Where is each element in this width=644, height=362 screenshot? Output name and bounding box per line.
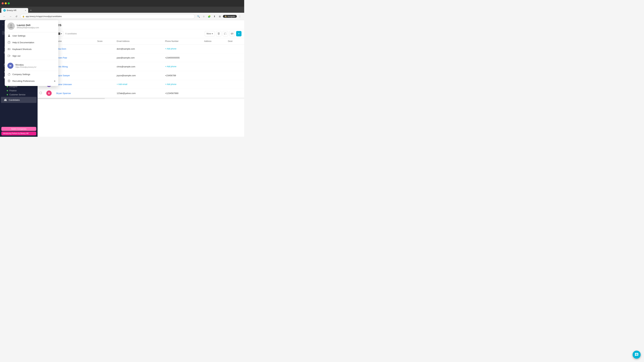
sidebar-subitem-finance[interactable]: Finance (0, 89, 38, 93)
customer-service-dot (7, 94, 8, 95)
menu-icon[interactable]: ⋮ (238, 14, 242, 19)
row-name-cell[interactable]: Bryan Sparrow (54, 89, 95, 98)
dropdown-scrollable[interactable]: User Settings Help & Documentation Keybo… (5, 32, 58, 86)
recruiting-prefs-icon (8, 79, 11, 83)
dropdown-item-sign-out[interactable]: Sign out (5, 52, 58, 59)
help-icon (8, 41, 11, 44)
tab-label: Breezy HR (7, 9, 16, 11)
row-name-cell[interactable]: Name Unknown (54, 80, 95, 89)
incognito-badge: 🕵 Incognito (223, 15, 237, 18)
sidebar-collapse-btn[interactable]: ‹ (3, 23, 3, 26)
email-btn[interactable] (230, 31, 235, 36)
dropdown-item-keyboard-shortcuts[interactable]: Keyboard Shortcuts (5, 46, 58, 52)
row-score-cell (95, 53, 115, 62)
row-phone-cell[interactable]: + Add phone (163, 62, 202, 71)
score-col-header[interactable]: Score (95, 38, 115, 44)
row-checkbox[interactable] (40, 92, 42, 94)
company-url: https://moodjoy.breezy.hr/ (16, 66, 36, 68)
forward-btn[interactable]: → (8, 14, 13, 19)
active-tab[interactable]: B Breezy HR ✕ (1, 8, 28, 13)
row-email-cell: joyce@sample.com (115, 71, 163, 80)
back-btn[interactable]: ← (2, 14, 7, 19)
row-score-cell (95, 89, 115, 98)
dropdown-item-invite-members[interactable]: Invite Members (5, 84, 58, 86)
row-desirability-cell (226, 53, 244, 62)
scrollbar-thumb[interactable] (38, 98, 105, 99)
row-name-cell[interactable]: Joyce Sawyer (54, 71, 95, 80)
download-icon[interactable]: ⬇ (212, 14, 217, 19)
minimize-window-btn[interactable] (5, 2, 7, 4)
switch-companies-btn[interactable]: Switch Companies (1, 127, 36, 131)
view-chevron: ▾ (61, 32, 62, 35)
refresh-btn[interactable]: ↺ (14, 14, 19, 19)
nav-label-candidates: Candidates (9, 99, 20, 101)
table-row: NName Unknown+ Add email+ Add phone (38, 80, 244, 89)
candidates-icon (4, 98, 7, 102)
dropdown-company-section: M Moodjoy https://moodjoy.breezy.hr/ (5, 61, 58, 71)
bookmark-icon[interactable]: ☆ (202, 14, 206, 19)
sidebar-item-candidates[interactable]: Candidates (1, 97, 36, 103)
row-checkbox-cell[interactable] (38, 89, 44, 98)
address-col-header[interactable]: Address (202, 38, 226, 44)
nav-label-customer-service: Customer Service (10, 93, 25, 96)
dropdown-email: 840ea2f0@moodjoy.com (17, 26, 39, 29)
company-settings-label: Company Settings (12, 73, 30, 76)
more-dropdown-btn[interactable]: More ▾ (205, 31, 215, 36)
row-desirability-cell (226, 62, 244, 71)
candidates-tbody: MMika Domdom@sample.com+ Add phoneJJoven… (38, 44, 244, 98)
row-name-cell[interactable]: Chris Wong (54, 62, 95, 71)
sign-out-icon (8, 54, 11, 57)
sidebar-bottom: Switch Companies Introducing Perform by … (0, 125, 38, 137)
user-settings-icon (8, 34, 11, 37)
add-candidate-btn[interactable]: + (236, 31, 242, 36)
table-row: JJoyce Sawyerjoyce@sample.com+23456789 (38, 71, 244, 80)
row-score-cell (95, 62, 115, 71)
extensions-icon[interactable]: 🧩 (207, 14, 212, 19)
nav-actions: 🔍 ☆ 🧩 ⬇ ⊞ 🕵 Incognito ⋮ (196, 14, 242, 19)
maximize-window-btn[interactable] (8, 2, 10, 4)
candidate-avatar[interactable]: B (46, 90, 52, 96)
nav-label-finance: Finance (10, 89, 16, 92)
row-email-cell[interactable]: + Add email (115, 80, 163, 89)
dropdown-user-avatar (8, 22, 15, 30)
dropdown-item-recruiting-prefs[interactable]: Recruiting Preferences ▶ (5, 78, 58, 84)
browser-window-controls (0, 0, 244, 7)
row-desirability-cell (226, 71, 244, 80)
phone-col-header[interactable]: Phone Number (163, 38, 202, 44)
keyboard-icon (8, 47, 11, 51)
dropdown-item-user-settings[interactable]: User Settings (5, 32, 58, 39)
message-btn[interactable] (223, 31, 228, 36)
table-row: JJoven Pawpaw@sample.com+23455555555 (38, 53, 244, 62)
company-settings-icon (8, 72, 11, 76)
delete-btn[interactable] (216, 31, 221, 36)
dropdown-user-name: Lauren Deli (17, 24, 39, 26)
company-avatar: M (8, 63, 14, 69)
address-bar[interactable]: 🔒 app.breezy.hr/app/c/moodjoy/candidates (20, 14, 195, 19)
tab-favicon: B (3, 9, 6, 11)
sidebar-subitem-customer-service[interactable]: Customer Service (0, 93, 38, 97)
close-window-btn[interactable] (2, 2, 4, 4)
introducing-banner[interactable]: Introducing Perform by Breezy HR (1, 132, 36, 135)
layout-icon[interactable]: ⊞ (218, 14, 222, 19)
desirability-col-header[interactable]: Desir (226, 38, 244, 44)
new-tab-btn[interactable]: + (28, 8, 33, 13)
row-email-cell: 123ab@yahoo.com (115, 89, 163, 98)
row-address-cell (202, 71, 226, 80)
user-dropdown-menu: Lauren Deli 840ea2f0@moodjoy.com User Se… (5, 20, 58, 86)
row-phone-cell[interactable]: + Add phone (163, 44, 202, 53)
dropdown-item-company-settings[interactable]: Company Settings (5, 71, 58, 78)
candidates-table[interactable]: Photo Name Score Email Address Phone Num… (38, 38, 244, 137)
table-horizontal-scrollbar[interactable] (38, 98, 244, 99)
row-name-cell[interactable]: Joven Paw (54, 53, 95, 62)
row-phone-cell[interactable]: + Add phone (163, 80, 202, 89)
search-icon[interactable]: 🔍 (196, 14, 201, 19)
table-row: C7.1Chris Wongchris@sample.com+ Add phon… (38, 62, 244, 71)
name-col-header[interactable]: Name (54, 38, 95, 44)
email-col-header[interactable]: Email Address (115, 38, 163, 44)
tab-close-btn[interactable]: ✕ (25, 9, 26, 11)
company-info: Moodjoy https://moodjoy.breezy.hr/ (16, 63, 36, 68)
lock-icon: 🔒 (22, 15, 25, 17)
row-name-cell[interactable]: Mika Dom (54, 44, 95, 53)
dropdown-item-help[interactable]: Help & Documentation (5, 39, 58, 46)
finance-dot (7, 90, 8, 91)
